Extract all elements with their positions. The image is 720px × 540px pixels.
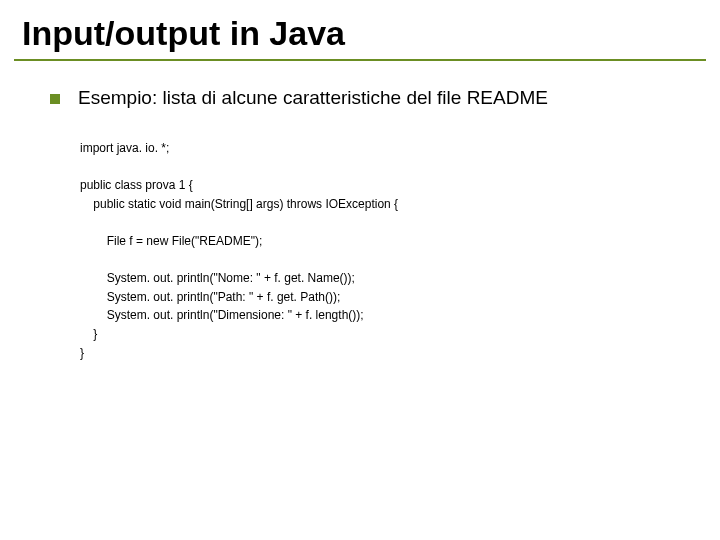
code-block: import java. io. *; public class prova 1…	[80, 139, 680, 362]
code-line: public static void main(String[] args) t…	[80, 197, 398, 211]
code-line: }	[80, 346, 84, 360]
slide-body: Esempio: lista di alcune caratteristiche…	[0, 61, 720, 362]
square-bullet-icon	[50, 94, 60, 104]
slide-title: Input/output in Java	[0, 0, 720, 59]
code-line: System. out. println("Nome: " + f. get. …	[80, 271, 355, 285]
bullet-item: Esempio: lista di alcune caratteristiche…	[50, 87, 680, 109]
slide: Input/output in Java Esempio: lista di a…	[0, 0, 720, 540]
bullet-text: Esempio: lista di alcune caratteristiche…	[78, 87, 548, 109]
code-line: File f = new File("README");	[80, 234, 262, 248]
code-line: public class prova 1 {	[80, 178, 193, 192]
code-line: System. out. println("Dimensione: " + f.…	[80, 308, 364, 322]
code-line: }	[80, 327, 97, 341]
code-line: import java. io. *;	[80, 141, 169, 155]
code-line: System. out. println("Path: " + f. get. …	[80, 290, 340, 304]
